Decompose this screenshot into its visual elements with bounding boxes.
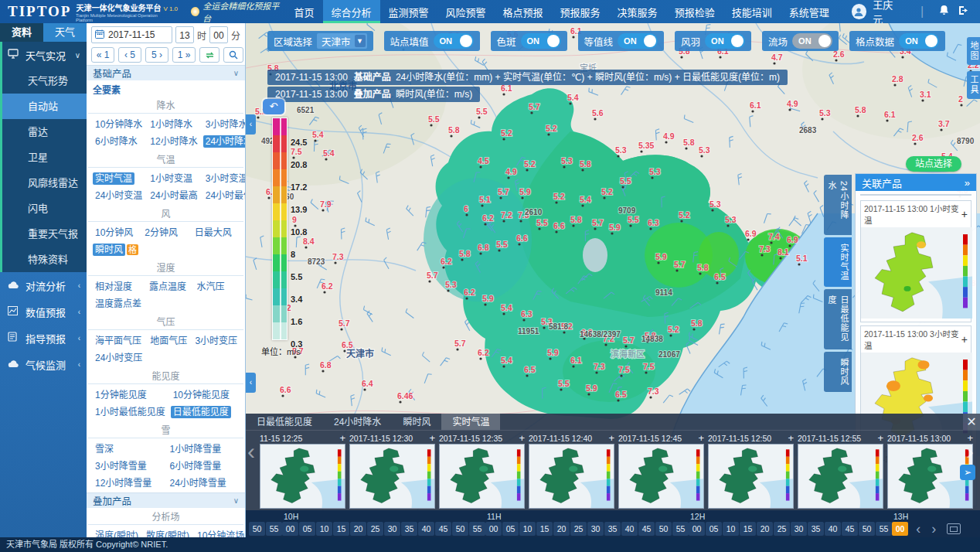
thumbnail-map[interactable] [798, 444, 883, 509]
map-button[interactable]: 地图 [967, 37, 980, 65]
time-thumbnail[interactable]: 2017-11-15 12:30+ [349, 432, 435, 509]
all-elements-link[interactable]: 全要素 [87, 80, 245, 97]
add-icon[interactable]: + [429, 432, 435, 444]
avatar[interactable] [852, 4, 866, 19]
product-item-12小时降水[interactable]: 12小时降水 [148, 134, 199, 147]
timeline-tick-13H00[interactable]: 00 [892, 522, 908, 536]
product-item-12小时降雪量[interactable]: 12小时降雪量 [93, 475, 165, 489]
timeline-tick-10H25[interactable]: 25 [367, 522, 383, 536]
timeline-tick-10H10[interactable]: 10 [316, 522, 332, 536]
minute-input[interactable]: 00 [209, 26, 228, 43]
timeline-tick-12H50[interactable]: 50 [859, 522, 875, 536]
panel-collapse-handle[interactable]: ‹ [246, 373, 256, 393]
nav-item-系统管理[interactable]: 系统管理 [781, 0, 838, 23]
product-item-24小时最低[interactable]: 24小时最低 [203, 188, 246, 201]
panel-collapse-handle[interactable]: ‹ [246, 114, 256, 135]
film-next-icon[interactable]: › [966, 440, 974, 463]
product-item-3小时降雪量[interactable]: 3小时降雪量 [93, 458, 165, 472]
time-thumbnail[interactable]: 2017-11-15 12:55+ [798, 432, 883, 509]
timeline-tick-12H15[interactable]: 15 [740, 522, 756, 536]
strip-tab-实时气温[interactable]: 实时气温 [441, 414, 500, 430]
search-icon[interactable] [223, 47, 243, 63]
timeline-next-icon[interactable]: › [931, 521, 936, 537]
product-item-10分钟流场[interactable]: 10分钟流场 [195, 528, 246, 537]
time-thumbnail[interactable]: 11-15 12:25+ [260, 432, 345, 509]
timeline-prev-icon[interactable]: ‹ [916, 521, 920, 537]
add-icon[interactable]: + [961, 336, 968, 343]
time-thumbnail[interactable]: 2017-11-15 12:50+ [708, 432, 794, 509]
time-thumbnail[interactable]: 2017-11-15 12:45+ [618, 432, 704, 509]
time-thumbnail[interactable]: 2017-11-15 12:40+ [529, 432, 614, 509]
thumbnail-map[interactable] [618, 444, 704, 509]
timeline-tick-11H05[interactable]: 05 [502, 522, 519, 536]
sidebar-group-header-对流分析[interactable]: 对流分析‹ [0, 272, 87, 298]
timeline-tick-10H20[interactable]: 20 [350, 522, 366, 536]
sidebar-group-header-指导预报[interactable]: 指导预报‹ [0, 325, 87, 351]
add-icon[interactable]: + [961, 210, 968, 218]
product-item-3小时降水[interactable]: 3小时降水 [203, 117, 246, 130]
date-input[interactable]: 2017-11-15 [91, 26, 172, 43]
user-box[interactable]: 王庆元 [852, 0, 902, 26]
timeline-tick-12H40[interactable]: 40 [825, 522, 841, 536]
add-icon[interactable]: + [788, 432, 794, 444]
vertical-tab-实时气温[interactable]: 实时气温 [824, 237, 852, 287]
timeline-tick-11H35[interactable]: 35 [604, 522, 621, 536]
timeline-tick-11H30[interactable]: 30 [587, 522, 604, 536]
product-item-相对湿度[interactable]: 相对湿度 [93, 279, 144, 292]
step-button[interactable]: ‹ 5 [118, 47, 141, 63]
related-product-thumbnail[interactable] [861, 227, 971, 322]
timeline-tick-12H10[interactable]: 10 [723, 522, 739, 536]
product-item-24小时降水[interactable]: 24小时降水 [203, 134, 246, 147]
thumbnail-map[interactable] [439, 444, 525, 509]
timeline-tick-10H15[interactable]: 15 [333, 522, 349, 536]
timeline-tick-12H05[interactable]: 05 [706, 522, 722, 536]
timeline-tick-12H30[interactable]: 30 [791, 522, 807, 536]
timeline-tick-12H25[interactable]: 25 [774, 522, 790, 536]
thumbnail-map[interactable] [708, 444, 794, 509]
timeline-tick-10H05[interactable]: 05 [299, 522, 315, 536]
product-item-3小时变温[interactable]: 3小时变温 [203, 171, 246, 184]
film-prev-icon[interactable]: ‹ [247, 440, 255, 463]
timeline-tick-12H45[interactable]: 45 [842, 522, 858, 536]
thumbnail-map[interactable] [349, 444, 435, 509]
toggle-switch-等值线[interactable]: ON [618, 33, 658, 49]
product-item-6小时降雪量[interactable]: 6小时降雪量 [168, 458, 240, 472]
sidebar-tab-资料[interactable]: 资料 [0, 23, 43, 42]
sidebar-item-自动站[interactable]: 自动站 [2, 94, 87, 119]
timeline-tick-11H20[interactable]: 20 [553, 522, 570, 536]
sidebar-group-header-数值预报[interactable]: 数值预报‹ [0, 298, 87, 325]
nav-item-风险预警[interactable]: 风险预警 [437, 0, 495, 23]
timeline-tick-10H00[interactable]: 00 [282, 522, 298, 536]
sidebar-group-header-天气实况[interactable]: 天气实况∨ [2, 42, 87, 68]
toggle-switch-站点填值[interactable]: ON [434, 33, 474, 49]
product-item-海平面气压[interactable]: 海平面气压 [93, 333, 145, 346]
timeline-tick-10H35[interactable]: 35 [401, 522, 417, 536]
timeline-tick-12H55[interactable]: 55 [876, 522, 892, 536]
strip-tab-24小时降水[interactable]: 24小时降水 [323, 414, 392, 430]
product-item-6小时降水[interactable]: 6小时降水 [93, 134, 145, 147]
product-item-24小时最高[interactable]: 24小时最高 [148, 188, 199, 201]
map-area[interactable]: 5.85.25.47.55.46.87.998.47.366.28.25.75.… [246, 23, 980, 537]
vertical-tab-瞬时风[interactable]: 瞬时风 [824, 352, 852, 392]
product-item-日最低能见度[interactable]: 日最低能见度 [171, 404, 239, 417]
product-item-雪深[interactable]: 雪深 [93, 441, 165, 455]
timeline-tick-11H00[interactable]: 00 [485, 522, 502, 536]
vertical-tab-日最低能见度[interactable]: 日最低能见度 [824, 289, 852, 349]
sidebar-item-天气形势[interactable]: 天气形势 [2, 68, 87, 94]
product-item-10分钟能见度[interactable]: 10分钟能见度 [171, 387, 239, 400]
sidebar-item-风廓线雷达[interactable]: 风廓线雷达 [2, 170, 87, 196]
timeline-tick-11H25[interactable]: 25 [570, 522, 587, 536]
sidebar-item-重要天气报[interactable]: 重要天气报 [2, 221, 87, 247]
nav-item-预报服务[interactable]: 预报服务 [552, 0, 609, 23]
region-dropdown[interactable]: 天津市 ▼ [317, 33, 367, 49]
add-icon[interactable]: + [519, 432, 525, 444]
product-item-地面气压[interactable]: 地面气压 [148, 333, 189, 346]
timeline-tick-10H40[interactable]: 40 [418, 522, 434, 536]
add-icon[interactable]: + [339, 432, 345, 444]
product-item-10分钟降水[interactable]: 10分钟降水 [93, 117, 145, 130]
timeline-tick-12H35[interactable]: 35 [808, 522, 824, 536]
thumbnail-map[interactable] [529, 444, 614, 509]
step-button[interactable]: 1 » [172, 47, 196, 63]
calendar-icon[interactable] [95, 29, 104, 41]
product-item-涡度(瞬时)[interactable]: 涡度(瞬时) [93, 528, 141, 537]
